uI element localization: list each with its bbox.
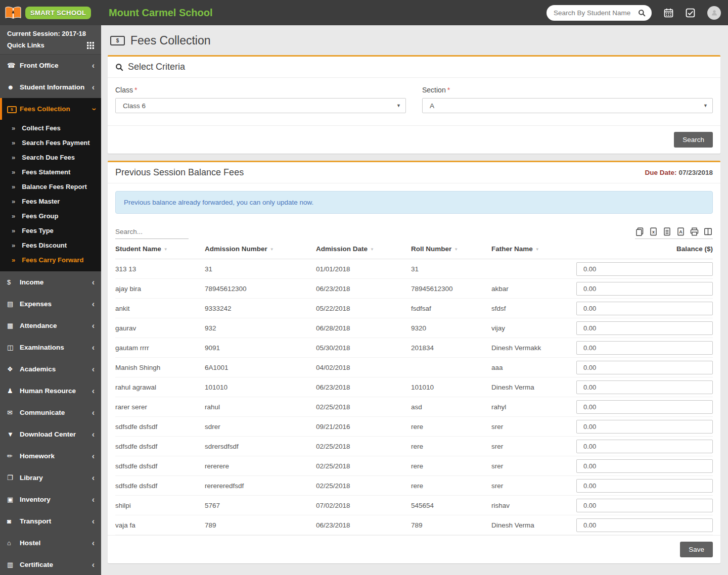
sidebar-item-student-information[interactable]: ☻Student Information‹ <box>0 76 101 98</box>
quick-links[interactable]: Quick Links <box>7 41 94 49</box>
balance-input[interactable] <box>576 400 713 414</box>
save-button[interactable]: Save <box>680 542 713 557</box>
user-avatar[interactable] <box>707 6 721 20</box>
sidebar-item-homework[interactable]: ✏Homework‹ <box>0 445 101 467</box>
sort-caret-icon: ▼ <box>370 247 374 252</box>
chevron-left-icon: ‹ <box>92 517 95 525</box>
sidebar-subitem-search-fees-payment[interactable]: »Search Fees Payment <box>0 135 101 150</box>
sidebar-item-label: Transport <box>20 517 92 525</box>
sidebar-item-front-office[interactable]: ☎Front Office‹ <box>0 55 101 76</box>
sidebar-item-academics[interactable]: ❖Academics‹ <box>0 358 101 380</box>
search-icon <box>115 63 123 71</box>
admission-date-cell: 05/22/2018 <box>316 299 411 318</box>
sidebar-subitem-fees-group[interactable]: »Fees Group <box>0 209 101 223</box>
sidebar-subitem-fees-type[interactable]: »Fees Type <box>0 223 101 238</box>
column-header[interactable]: Admission Number▼ <box>205 241 316 259</box>
required-asterisk: * <box>134 86 137 94</box>
search-icon[interactable] <box>638 9 646 17</box>
current-session-label: Current Session: 2017-18 <box>7 30 94 37</box>
sidebar-subitem-collect-fees[interactable]: »Collect Fees <box>0 121 101 135</box>
student-row: shilpi576707/02/2018545654rishav <box>115 496 713 515</box>
sidebar-item-communicate[interactable]: ✉Communicate‹ <box>0 402 101 423</box>
double-chevron-right-icon: » <box>12 183 15 190</box>
sidebar-item-inventory[interactable]: ▣Inventory‹ <box>0 489 101 510</box>
column-header[interactable]: Admission Date▼ <box>316 241 411 259</box>
sidebar-subitem-label: Fees Type <box>22 227 54 234</box>
column-header[interactable]: Father Name▼ <box>491 241 575 259</box>
sidebar-item-download-center[interactable]: ▼Download Center‹ <box>0 423 101 445</box>
admission-date-cell: 02/25/2018 <box>316 456 411 476</box>
sidebar-subitem-label: Fees Group <box>22 212 58 220</box>
dropdown-caret-icon: ▼ <box>396 103 401 108</box>
column-header[interactable]: Roll Number▼ <box>411 241 491 259</box>
sidebar-item-certificate[interactable]: ▥Certificate‹ <box>0 554 101 575</box>
open-book-logo-icon <box>5 6 22 20</box>
balance-cell <box>575 476 713 496</box>
excel-export-icon[interactable]: x <box>649 227 658 236</box>
student-row: sdfsdfe dsfsdfsdrer09/21/2016reresrer <box>115 417 713 437</box>
academics-icon: ❖ <box>7 365 20 373</box>
sidebar-subitem-fees-master[interactable]: »Fees Master <box>0 194 101 209</box>
student-name-cell: ajay bira <box>115 279 205 299</box>
balance-input[interactable] <box>576 459 713 473</box>
sidebar-item-transport[interactable]: ◙Transport‹ <box>0 510 101 532</box>
column-header[interactable]: Student Name▼ <box>115 241 205 259</box>
balance-input[interactable] <box>576 420 713 434</box>
sidebar-item-label: Download Center <box>20 430 92 438</box>
balance-input[interactable] <box>576 518 713 532</box>
roll-number-cell: 9320 <box>411 318 491 338</box>
sidebar-subitem-fees-statement[interactable]: »Fees Statement <box>0 165 101 179</box>
sidebar-item-hostel[interactable]: ⌂Hostel‹ <box>0 532 101 554</box>
roll-number-cell: rere <box>411 476 491 496</box>
column-visibility-icon[interactable] <box>704 227 712 236</box>
balance-input[interactable] <box>576 499 713 512</box>
balance-cell <box>575 358 713 377</box>
sidebar-item-library[interactable]: ❐Library‹ <box>0 467 101 489</box>
sidebar-subitem-fees-discount[interactable]: »Fees Discount <box>0 238 101 253</box>
sidebar-item-attendance[interactable]: ▦Attendance‹ <box>0 315 101 337</box>
student-name-cell: Manish Shingh <box>115 358 205 377</box>
student-search-input[interactable] <box>553 9 635 17</box>
father-name-cell <box>491 259 575 279</box>
balance-input[interactable] <box>576 321 713 335</box>
balance-input[interactable] <box>576 440 713 453</box>
balance-panel-title: Previous Session Balance Fees <box>115 167 244 178</box>
print-icon[interactable] <box>690 227 699 236</box>
sidebar-item-human-resource[interactable]: ♟Human Resource‹ <box>0 380 101 402</box>
criteria-footer: Search <box>108 125 720 154</box>
father-name-cell: rahyl <box>491 397 575 417</box>
sidebar-subitem-balance-fees-report[interactable]: »Balance Fees Report <box>0 179 101 194</box>
csv-export-icon[interactable] <box>663 227 671 236</box>
admission-number-cell: 6A1001 <box>205 358 316 377</box>
chevron-left-icon: ‹ <box>92 62 95 70</box>
calendar-icon[interactable] <box>664 8 673 18</box>
double-chevron-right-icon: » <box>12 227 15 234</box>
student-name-cell: vaja fa <box>115 515 205 535</box>
balance-input[interactable] <box>576 262 713 276</box>
sidebar-item-fees-collection[interactable]: $Fees Collection‹ <box>0 98 101 120</box>
class-select[interactable]: Class 6 ▼ <box>115 98 406 113</box>
balance-input[interactable] <box>576 282 713 296</box>
copy-export-icon[interactable] <box>635 227 644 236</box>
table-search-input[interactable] <box>115 226 189 239</box>
sidebar-item-examinations[interactable]: ◫Examinations‹ <box>0 337 101 358</box>
pdf-export-icon[interactable]: A <box>676 227 685 236</box>
brand-logo[interactable]: SMART SCHOOL <box>0 0 101 25</box>
sidebar-item-expenses[interactable]: ▤Expenses‹ <box>0 293 101 315</box>
expenses-icon: ▤ <box>7 300 20 308</box>
double-chevron-right-icon: » <box>12 212 15 220</box>
search-button[interactable]: Search <box>674 132 713 148</box>
balance-input[interactable] <box>576 302 713 315</box>
balance-cell <box>575 515 713 535</box>
double-chevron-right-icon: » <box>12 198 15 205</box>
tasks-check-square-icon[interactable] <box>686 8 695 18</box>
balance-input[interactable] <box>576 341 713 355</box>
balance-input[interactable] <box>576 479 713 493</box>
section-select[interactable]: A ▼ <box>422 98 713 113</box>
sidebar-item-income[interactable]: $Income‹ <box>0 271 101 293</box>
father-name-cell: vijay <box>491 318 575 338</box>
sidebar-subitem-search-due-fees[interactable]: »Search Due Fees <box>0 150 101 165</box>
balance-input[interactable] <box>576 380 713 394</box>
balance-input[interactable] <box>576 361 713 374</box>
sidebar-subitem-fees-carry-forward[interactable]: »Fees Carry Forward <box>0 253 101 267</box>
